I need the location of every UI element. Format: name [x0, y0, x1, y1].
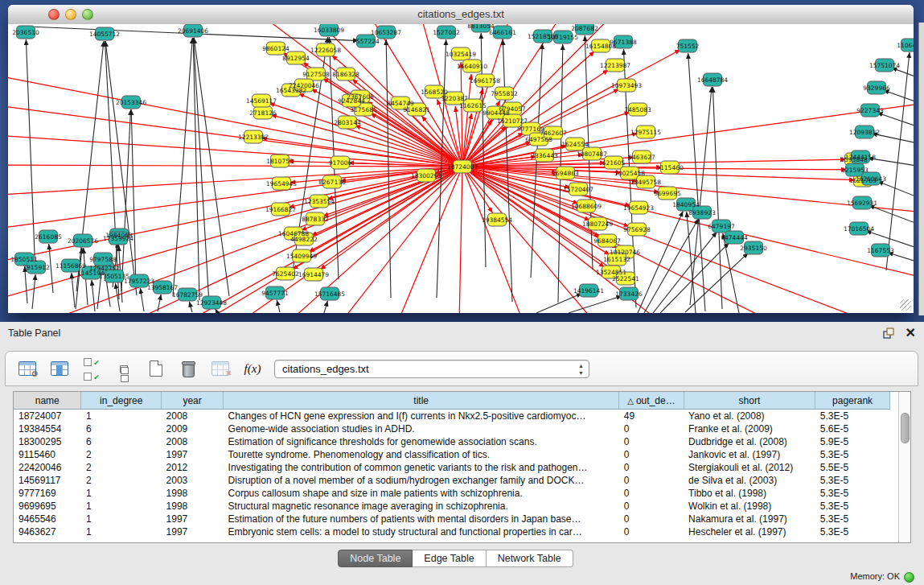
- svg-text:17359924: 17359924: [103, 235, 133, 242]
- citation-network-graph[interactable]: 1872400718300295193845549860124891295412…: [8, 24, 914, 313]
- row-selection-icon[interactable]: ✔✔: [81, 359, 102, 378]
- svg-text:1615132: 1615132: [603, 256, 630, 263]
- svg-text:7955812: 7955812: [491, 90, 518, 97]
- memory-ok-indicator: [904, 572, 914, 583]
- svg-text:9227343: 9227343: [856, 107, 884, 114]
- table-row[interactable]: 977716911998Corpus callosum shape and si…: [14, 487, 910, 500]
- svg-text:7557224: 7557224: [352, 38, 380, 45]
- svg-text:8938923: 8938923: [688, 209, 716, 216]
- svg-text:6794057: 6794057: [499, 105, 526, 113]
- svg-text:8878332: 8878332: [302, 216, 329, 223]
- table-panel-title: Table Panel: [8, 328, 60, 339]
- table-mode-icon[interactable]: ⚙: [17, 359, 38, 378]
- svg-text:12353554: 12353554: [304, 198, 335, 205]
- column-header-short[interactable]: short: [684, 392, 815, 410]
- table-row[interactable]: 1938455462009Genome-wide association stu…: [14, 422, 910, 435]
- svg-text:9457771: 9457771: [261, 290, 289, 297]
- sort-ascending-icon: △: [627, 397, 634, 406]
- svg-text:1733426: 1733426: [615, 290, 643, 298]
- tab-edge-table[interactable]: Edge Table: [413, 550, 486, 567]
- column-header-year[interactable]: year: [162, 392, 224, 410]
- row-height-icon[interactable]: [113, 359, 134, 378]
- svg-text:10973493: 10973493: [611, 82, 642, 89]
- svg-text:14569117: 14569117: [246, 97, 277, 105]
- background-window-edge: [918, 23, 924, 315]
- svg-text:3220387: 3220387: [441, 95, 468, 102]
- table-row[interactable]: 1456911722003Disruption of a novel membe…: [14, 474, 910, 487]
- float-window-icon[interactable]: [883, 328, 894, 339]
- column-header-name[interactable]: name: [14, 392, 81, 410]
- network-view-canvas[interactable]: 1872400718300295193845549860124891295412…: [8, 24, 914, 313]
- svg-text:2522541: 2522541: [612, 275, 639, 282]
- svg-text:4498222: 4498222: [290, 236, 318, 243]
- table-row[interactable]: 946362711997Embryonic stem cells: a mode…: [14, 525, 910, 538]
- svg-text:8186328: 8186328: [332, 71, 359, 78]
- table-selector[interactable]: citations_edges.txt ▲▼: [274, 360, 589, 378]
- svg-text:20691406: 20691406: [178, 27, 208, 35]
- svg-text:9242844: 9242844: [338, 97, 365, 105]
- combo-stepper-icon[interactable]: ▲▼: [578, 362, 584, 377]
- svg-text:751552: 751552: [676, 43, 700, 50]
- svg-text:3175685: 3175685: [350, 106, 377, 113]
- table-panel-header: Table Panel ✕: [0, 322, 924, 344]
- column-header-title[interactable]: title: [224, 392, 619, 410]
- svg-text:11156869: 11156869: [55, 262, 86, 270]
- close-panel-icon[interactable]: ✕: [906, 327, 916, 340]
- statusbar: Memory: OK: [0, 567, 924, 585]
- svg-text:16210727: 16210727: [497, 117, 528, 125]
- svg-text:6479197: 6479197: [708, 223, 735, 230]
- svg-text:15720407: 15720407: [563, 186, 593, 193]
- table-row[interactable]: 911546021997Tourette syndrome. Phenomeno…: [14, 448, 910, 461]
- svg-text:13958167: 13958167: [147, 284, 178, 291]
- svg-text:10025458: 10025458: [614, 170, 645, 177]
- column-header-in_degree[interactable]: in_degree: [81, 392, 162, 410]
- svg-text:9127508: 9127508: [302, 71, 330, 78]
- svg-text:1106474: 1106474: [897, 42, 914, 49]
- svg-text:7462607: 7462607: [540, 130, 567, 137]
- function-builder-icon[interactable]: f(x): [242, 359, 263, 378]
- svg-text:9329966: 9329966: [863, 84, 890, 92]
- svg-text:9463627: 9463627: [628, 154, 655, 161]
- table-selector-value: citations_edges.txt: [282, 363, 369, 375]
- svg-text:18495758: 18495758: [630, 179, 661, 186]
- svg-text:9474444: 9474444: [721, 234, 748, 241]
- svg-text:2616085: 2616085: [35, 233, 62, 241]
- svg-text:12975115: 12975115: [630, 129, 661, 136]
- column-header-out_de[interactable]: △out_de…: [619, 392, 684, 410]
- column-header-pagerank[interactable]: pagerank: [815, 392, 889, 410]
- new-table-icon[interactable]: [146, 359, 166, 378]
- tab-network-table[interactable]: Network Table: [487, 550, 573, 567]
- screen: citations_edges.txt 1872400718: [0, 0, 924, 585]
- svg-text:16648784: 16648784: [697, 76, 728, 84]
- svg-text:9146821: 9146821: [403, 106, 430, 113]
- window-titlebar[interactable]: citations_edges.txt: [8, 5, 914, 25]
- table-scrollbar[interactable]: [898, 392, 910, 542]
- table-row[interactable]: 969969511998Structural magnetic resonanc…: [14, 500, 910, 513]
- svg-text:19654923: 19654923: [623, 204, 654, 212]
- svg-text:7485083: 7485083: [624, 106, 651, 113]
- tab-node-table[interactable]: Node Table: [338, 550, 413, 567]
- svg-text:2087682: 2087682: [571, 25, 598, 32]
- svg-text:10719155: 10719155: [548, 34, 578, 41]
- svg-text:9797588: 9797588: [89, 256, 117, 263]
- show-columns-icon[interactable]: [49, 359, 70, 378]
- table-row[interactable]: 1872400712008Changes of HCN gene express…: [14, 410, 910, 423]
- scrollbar-thumb[interactable]: [901, 413, 910, 443]
- clear-table-icon: ✖: [210, 359, 231, 378]
- svg-text:2336443: 2336443: [531, 152, 558, 159]
- window-title: citations_edges.txt: [8, 8, 914, 20]
- svg-text:9115460: 9115460: [656, 164, 684, 171]
- svg-text:22420046: 22420046: [289, 82, 319, 89]
- svg-text:12213382: 12213382: [238, 134, 269, 141]
- table-tabbar: Node TableEdge TableNetwork Table: [0, 550, 911, 567]
- table-row[interactable]: 946554611997Estimation of the future num…: [14, 513, 910, 525]
- table-row[interactable]: 1830029562008Estimation of significance …: [14, 435, 910, 448]
- network-window: citations_edges.txt 1872400718: [8, 5, 914, 313]
- svg-text:10807487: 10807487: [577, 150, 607, 158]
- svg-text:19166827: 19166827: [265, 206, 296, 213]
- table-row[interactable]: 2242004622012Investigating the contribut…: [14, 461, 910, 474]
- delete-table-icon[interactable]: [178, 359, 199, 378]
- window-resize-grip-icon[interactable]: [900, 299, 911, 311]
- svg-text:20153346: 20153346: [116, 99, 146, 106]
- svg-text:15716485: 15716485: [314, 290, 345, 298]
